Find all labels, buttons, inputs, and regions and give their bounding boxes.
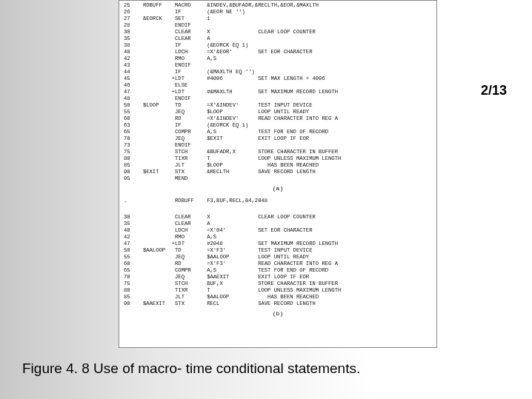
page-indicator: 2/13 [481,83,507,98]
part-a-label: (a) [119,185,436,192]
code-listing-a: 25 RDBUFF MACRO &INDEV,&BUFADR,&RECLTH,&… [119,1,436,184]
part-b-label: (b) [119,310,436,317]
code-listing-b-invocation: . RDBUFF F3,BUF,RECL,04,2048 [119,196,436,212]
figure-container: 25 RDBUFF MACRO &INDEV,&BUFADR,&RECLTH,&… [119,0,437,348]
figure-caption: Figure 4. 8 Use of macro- time condition… [22,361,360,377]
code-listing-b: 30 CLEAR X CLEAR LOOP COUNTER 35 CLEAR A… [119,212,436,309]
